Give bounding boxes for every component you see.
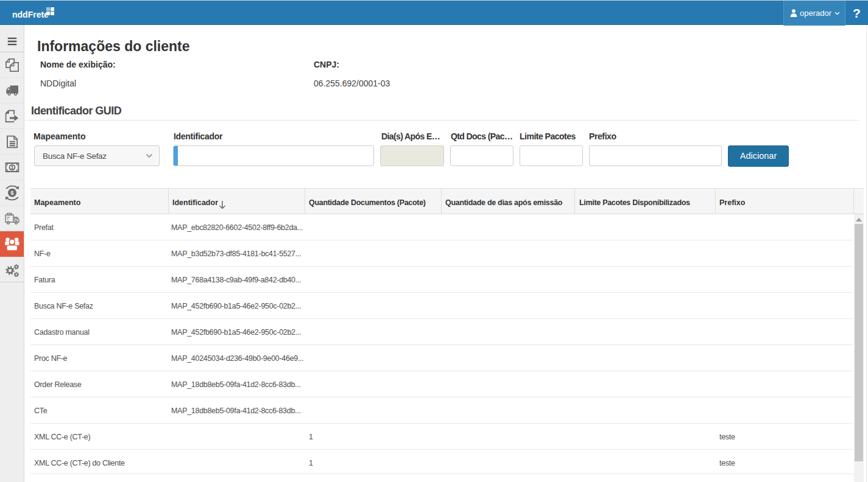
svg-text:$: $ [10,189,14,196]
svg-text:1: 1 [10,164,13,170]
